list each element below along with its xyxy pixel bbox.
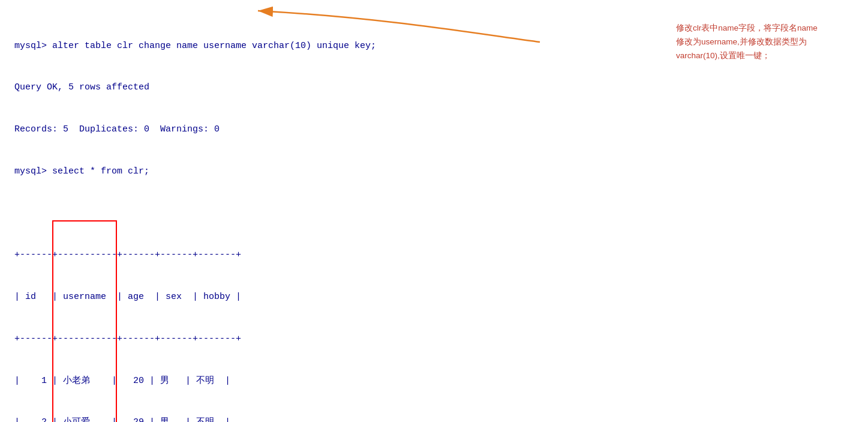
main-container: mysql> alter table clr change name usern…: [0, 0, 868, 422]
annotation-text: 修改clr表中name字段，将字段名name修改为username,并修改数据类…: [676, 23, 818, 60]
select-row-0: | 1 | 小老弟 | 20 | 男 | 不明 |: [14, 374, 854, 388]
select-border1: +------+-----------+------+------+------…: [14, 248, 854, 262]
records-line: Records: 5 Duplicates: 0 Warnings: 0: [14, 122, 854, 136]
select-header: | id | username | age | sex | hobby |: [14, 290, 854, 304]
query-ok-line: Query OK, 5 rows affected: [14, 80, 854, 94]
select-border2: +------+-----------+------+------+------…: [14, 332, 854, 346]
annotation-box: 修改clr表中name字段，将字段名name修改为username,并修改数据类…: [676, 22, 820, 63]
select-row-1: | 2 | 小可爱 | 29 | 男 | 不明 |: [14, 415, 854, 422]
select-result-wrapper: +------+-----------+------+------+------…: [14, 220, 854, 422]
select-line: mysql> select * from clr;: [14, 164, 854, 178]
terminal-block: mysql> alter table clr change name usern…: [14, 11, 854, 422]
